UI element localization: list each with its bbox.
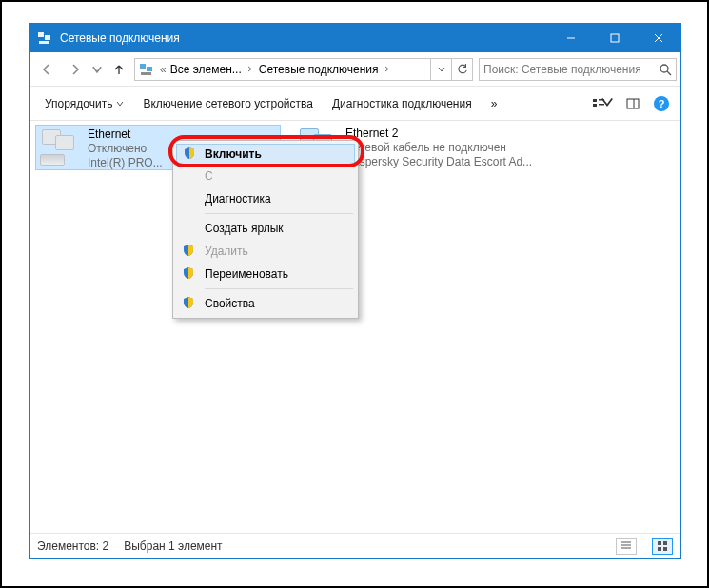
menu-rename[interactable]: Переименовать bbox=[176, 263, 355, 285]
close-button[interactable] bbox=[637, 24, 680, 52]
view-options-button[interactable] bbox=[581, 92, 616, 115]
command-bar: Упорядочить Включение сетевого устройств… bbox=[30, 87, 680, 121]
search-placeholder: Поиск: Сетевые подключения bbox=[483, 63, 655, 76]
search-input[interactable]: Поиск: Сетевые подключения bbox=[479, 58, 677, 81]
explorer-window: Сетевые подключения bbox=[29, 23, 681, 559]
chevron-down-icon bbox=[116, 97, 124, 110]
svg-line-11 bbox=[667, 71, 671, 75]
diagnose-button[interactable]: Диагностика подключения bbox=[325, 93, 480, 114]
menu-create-shortcut[interactable]: Создать ярлык bbox=[176, 217, 355, 240]
breadcrumb-part2[interactable]: Сетевые подключения bbox=[257, 63, 381, 76]
svg-rect-9 bbox=[141, 72, 151, 75]
enable-device-button[interactable]: Включение сетевого устройства bbox=[135, 93, 321, 114]
svg-rect-16 bbox=[627, 99, 639, 108]
svg-rect-2 bbox=[39, 41, 49, 44]
shield-icon bbox=[182, 266, 197, 282]
svg-rect-13 bbox=[593, 104, 597, 107]
shield-icon bbox=[182, 296, 197, 311]
status-item-count: Элементов: 2 bbox=[37, 539, 108, 553]
menu-delete: Удалить bbox=[176, 240, 355, 263]
menu-label: Удалить bbox=[205, 245, 248, 258]
menu-label: Диагностика bbox=[205, 192, 271, 206]
content-area[interactable]: Ethernet Отключено Intel(R) PRO... ✕ Eth… bbox=[30, 121, 680, 533]
organize-menu[interactable]: Упорядочить bbox=[37, 93, 131, 114]
connection-device: Intel(R) PRO... bbox=[88, 156, 163, 170]
help-button[interactable]: ? bbox=[650, 92, 673, 115]
menu-enable[interactable]: Включить bbox=[176, 144, 355, 165]
svg-point-10 bbox=[660, 65, 668, 72]
menu-separator bbox=[205, 213, 353, 214]
menu-label: С bbox=[205, 169, 213, 183]
large-icons-view-button[interactable] bbox=[652, 538, 673, 555]
svg-rect-1 bbox=[45, 35, 50, 40]
titlebar: Сетевые подключения bbox=[30, 24, 680, 52]
connection-status: Отключено bbox=[88, 142, 163, 156]
nav-row: « Все элемен... Сетевые подключения Поис… bbox=[30, 52, 680, 87]
menu-label: Переименовать bbox=[205, 267, 288, 281]
recent-dropdown[interactable] bbox=[90, 56, 104, 83]
window-title: Сетевые подключения bbox=[60, 31, 180, 45]
connection-device: Kaspersky Security Data Escort Ad... bbox=[345, 155, 532, 169]
breadcrumb-sep-icon[interactable] bbox=[244, 59, 257, 80]
forward-button[interactable] bbox=[62, 56, 89, 83]
status-bar: Элементов: 2 Выбран 1 элемент bbox=[30, 533, 680, 558]
app-icon bbox=[37, 30, 52, 46]
menu-diagnose[interactable]: Диагностика bbox=[176, 187, 355, 210]
details-view-button[interactable] bbox=[616, 538, 637, 555]
up-button[interactable] bbox=[106, 56, 132, 83]
menu-label: Включить bbox=[205, 147, 262, 161]
overflow-button[interactable]: » bbox=[483, 93, 505, 114]
svg-rect-23 bbox=[658, 547, 661, 551]
address-bar[interactable]: « Все элемен... Сетевые подключения bbox=[134, 58, 473, 81]
preview-pane-button[interactable] bbox=[620, 92, 646, 115]
minimize-button[interactable] bbox=[549, 24, 593, 52]
adapter-icon bbox=[38, 127, 84, 166]
menu-status: С bbox=[176, 165, 355, 187]
shield-icon bbox=[182, 244, 197, 259]
connection-name: Ethernet 2 bbox=[345, 127, 532, 141]
breadcrumb-prefix: « bbox=[158, 63, 168, 76]
menu-label: Создать ярлык bbox=[205, 222, 284, 235]
svg-rect-7 bbox=[140, 64, 146, 69]
search-icon bbox=[659, 63, 672, 76]
svg-rect-12 bbox=[593, 99, 597, 102]
svg-rect-22 bbox=[663, 541, 667, 545]
shield-icon bbox=[183, 147, 198, 162]
refresh-button[interactable] bbox=[451, 59, 472, 80]
connection-status: Сетевой кабель не подключен bbox=[345, 141, 532, 155]
chevron-down-icon bbox=[601, 95, 614, 111]
address-history-dropdown[interactable] bbox=[430, 59, 451, 80]
help-icon: ? bbox=[654, 96, 669, 111]
back-button[interactable] bbox=[33, 56, 60, 83]
svg-rect-0 bbox=[38, 32, 44, 37]
menu-separator bbox=[205, 288, 353, 289]
breadcrumb-part1[interactable]: Все элемен... bbox=[168, 63, 244, 76]
menu-properties[interactable]: Свойства bbox=[176, 292, 355, 315]
breadcrumb-sep-icon[interactable] bbox=[381, 59, 394, 80]
svg-rect-8 bbox=[147, 67, 152, 71]
menu-label: Свойства bbox=[205, 297, 255, 310]
context-menu: Включить С Диагностика Создать ярлык Уда… bbox=[172, 140, 359, 319]
location-icon bbox=[139, 62, 154, 77]
svg-rect-21 bbox=[658, 541, 661, 545]
maximize-button[interactable] bbox=[593, 24, 637, 52]
svg-rect-4 bbox=[611, 34, 619, 42]
connection-name: Ethernet bbox=[88, 127, 163, 142]
svg-rect-24 bbox=[663, 547, 667, 551]
status-selected: Выбран 1 элемент bbox=[124, 539, 222, 553]
